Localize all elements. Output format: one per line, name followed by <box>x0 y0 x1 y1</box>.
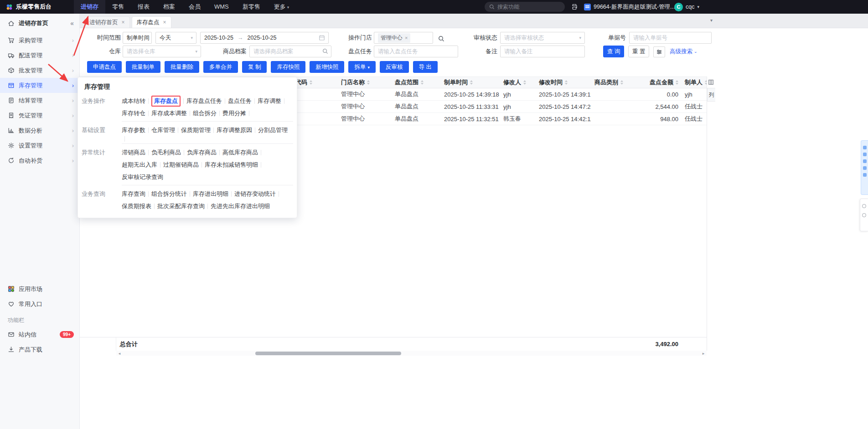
popup-menu-item[interactable]: 仓库管理 <box>151 124 175 136</box>
close-icon[interactable]: × <box>163 19 166 26</box>
help-icon[interactable] <box>862 204 866 208</box>
sidebar-item-auto-replenish[interactable]: 自动补货› <box>0 153 79 168</box>
column-header-created[interactable]: 制单时间 <box>440 77 500 88</box>
sort-icon[interactable] <box>367 80 370 85</box>
advanced-search-link[interactable]: 高级搜索⌄ <box>670 48 698 56</box>
column-header-modified[interactable]: 修改时间 <box>535 77 591 88</box>
query-button[interactable]: 查 询 <box>603 46 624 57</box>
current-store-switcher[interactable]: 99664-新界面商超版测试-管理... <box>584 3 668 11</box>
sort-icon[interactable] <box>523 80 526 85</box>
time-preset-select[interactable]: 今天▾ <box>155 32 196 44</box>
popup-menu-item[interactable]: 费用分摊 <box>222 107 246 119</box>
column-header-scope[interactable]: 盘点范围 <box>391 77 440 88</box>
popup-menu-item[interactable]: 批次采配库存查询 <box>157 200 205 212</box>
support-icon[interactable] <box>862 213 866 217</box>
nav-item-reports[interactable]: 报表 <box>131 0 156 14</box>
goods-input[interactable] <box>249 46 331 57</box>
popup-menu-item[interactable]: 保质期管理 <box>181 124 211 136</box>
sidebar-item-purchase[interactable]: 采购管理› <box>0 33 79 48</box>
popup-menu-item[interactable]: 过期催销商品 <box>163 158 199 171</box>
new-snapshot-button[interactable]: 新增快照 <box>310 61 344 73</box>
horizontal-scrollbar[interactable]: ◂ ▸ <box>116 351 707 356</box>
batch-create-button[interactable]: 批量制单 <box>126 61 160 73</box>
popup-menu-item[interactable]: 库存查询 <box>122 188 145 200</box>
popup-menu-item[interactable]: 滞销商品 <box>122 146 145 158</box>
export-button[interactable]: 导 出 <box>413 61 438 73</box>
columns-tab[interactable]: 列 <box>707 88 715 102</box>
popup-menu-item[interactable]: 库存转仓 <box>122 107 145 119</box>
right-float-panel[interactable] <box>861 140 868 195</box>
sort-icon[interactable] <box>470 80 473 85</box>
popup-menu-item[interactable]: 库存调整原因 <box>217 124 252 136</box>
popup-menu-item[interactable]: 组合拆分 <box>193 107 217 119</box>
column-header-modifier[interactable]: 修改人 <box>500 77 535 88</box>
popup-menu-item[interactable]: 进销存变动统计 <box>234 188 276 200</box>
sort-icon[interactable] <box>310 80 312 85</box>
sidebar-item-distribution[interactable]: 配送管理› <box>0 48 79 63</box>
scroll-right-icon[interactable]: ▸ <box>700 351 707 356</box>
nav-item-more[interactable]: 更多▾ <box>267 0 296 14</box>
remove-tag-icon[interactable]: × <box>405 35 408 41</box>
sort-icon[interactable] <box>676 80 678 85</box>
popup-menu-item[interactable]: 分割品管理 <box>258 124 288 136</box>
user-menu[interactable]: C cqc ▾ <box>674 3 699 11</box>
popup-menu-item[interactable]: 高低库存商品 <box>222 146 258 158</box>
collapse-sidebar-icon[interactable]: « <box>70 20 74 27</box>
popup-menu-item[interactable]: 库存成本调整 <box>151 107 187 119</box>
sidebar-item-home[interactable]: 进销存首页 « <box>0 14 79 33</box>
sort-icon[interactable] <box>620 80 623 85</box>
nav-item-inventory-purchase-sale[interactable]: 进销存 <box>74 0 105 14</box>
reverse-audit-button[interactable]: 反审核 <box>380 61 409 73</box>
apply-count-button[interactable]: 申请盘点 <box>87 61 122 73</box>
popup-menu-item[interactable]: 超期无出入库 <box>122 158 157 171</box>
sidebar-item-settings[interactable]: 设置管理› <box>0 138 79 153</box>
column-settings-icon[interactable] <box>708 79 714 85</box>
split-doc-dropdown-button[interactable]: 拆单▾ <box>348 61 376 73</box>
sidebar-item-analytics[interactable]: 数据分析› <box>0 123 79 138</box>
doc-number-input[interactable] <box>629 32 712 44</box>
merge-docs-button[interactable]: 多单合并 <box>203 61 238 73</box>
app-logo[interactable]: 乐檬零售后台 <box>0 3 72 11</box>
store-search-button[interactable] <box>436 33 446 44</box>
popup-menu-item[interactable]: 负库存商品 <box>187 146 217 158</box>
popup-menu-item[interactable]: 库存盘点任务 <box>186 95 222 107</box>
column-header-store[interactable]: 门店名称 <box>337 77 391 88</box>
global-search-input[interactable]: 搜索功能 <box>485 2 565 12</box>
column-header-creator[interactable]: 制单人 <box>681 77 707 88</box>
popup-menu-item[interactable]: 库存调整 <box>258 95 281 107</box>
column-header-amount[interactable]: 盘点金额 <box>649 77 681 88</box>
stock-snapshot-button[interactable]: 库存快照 <box>271 61 305 73</box>
sidebar-item-wholesale[interactable]: 批发管理› <box>0 63 79 78</box>
nav-item-retail[interactable]: 零售 <box>105 0 131 14</box>
close-icon[interactable]: × <box>122 19 125 26</box>
copy-button[interactable]: 复 制 <box>242 61 267 73</box>
column-header-category[interactable]: 商品类别 <box>591 77 649 88</box>
print-button[interactable] <box>571 3 578 10</box>
nav-item-archives[interactable]: 档案 <box>156 0 182 14</box>
popup-menu-item[interactable]: 库存未扣减销售明细 <box>205 158 258 171</box>
count-task-input[interactable] <box>374 46 458 57</box>
store-select[interactable]: 管理中心× <box>374 32 433 44</box>
popup-menu-item[interactable]: 保质期报表 <box>122 200 151 212</box>
warehouse-select[interactable]: 请选择仓库▾ <box>123 46 201 57</box>
popup-menu-item[interactable]: 先进先出库存进出明细 <box>211 200 270 212</box>
popup-menu-item[interactable]: 组合拆分统计 <box>151 188 187 200</box>
nav-item-members[interactable]: 会员 <box>182 0 207 14</box>
sort-icon[interactable] <box>565 80 568 85</box>
filter-settings-button[interactable] <box>653 46 665 57</box>
time-type-select[interactable]: 制单时间▾ <box>123 32 152 44</box>
popup-menu-item[interactable]: 库存进出明细 <box>193 188 228 200</box>
popup-menu-item[interactable]: 负毛利商品 <box>151 146 181 158</box>
popup-item-stock-count-highlighted[interactable]: 库存盘点 <box>151 96 181 107</box>
column-header-code[interactable]: 代码 <box>292 77 337 88</box>
tab-home[interactable]: 进销存首页× <box>84 16 130 28</box>
sort-icon[interactable] <box>421 80 424 85</box>
sidebar-item-product-download[interactable]: 产品下载 <box>0 342 79 357</box>
sidebar-item-favorites[interactable]: 常用入口 <box>0 296 79 312</box>
sidebar-item-inventory[interactable]: 库存管理› <box>0 78 79 93</box>
sidebar-item-settlement[interactable]: 结算管理› <box>0 93 79 108</box>
tab-list-dropdown-icon[interactable]: ▾ <box>710 18 713 23</box>
audit-status-select[interactable]: 请选择审核状态▾ <box>500 32 585 44</box>
popup-menu-item[interactable]: 反审核记录查询 <box>122 171 163 183</box>
sidebar-item-app-market[interactable]: 应用市场 <box>0 281 79 296</box>
